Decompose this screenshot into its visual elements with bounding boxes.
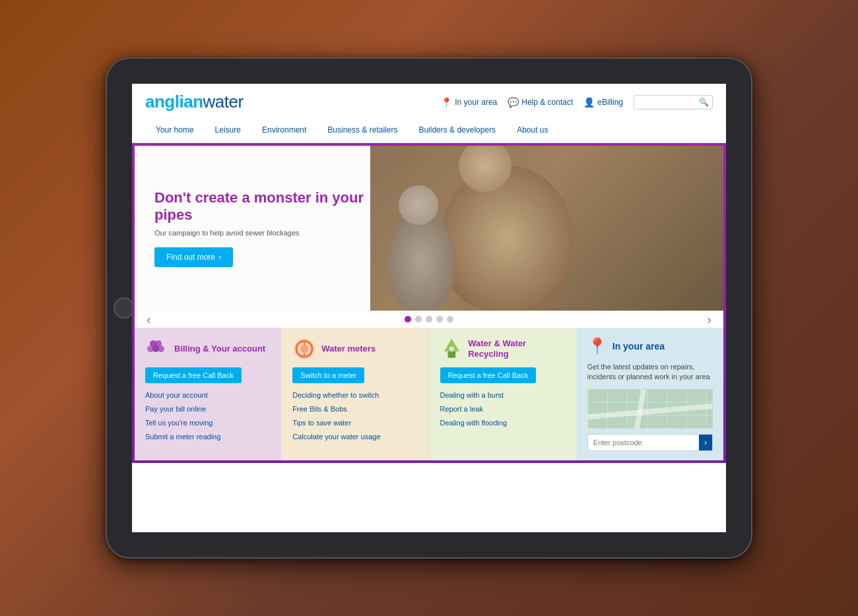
nav-environment[interactable]: Environment <box>251 119 317 142</box>
svg-point-12 <box>449 346 454 352</box>
postcode-input-wrapper: › <box>587 434 713 451</box>
link-deciding-switch[interactable]: Deciding whether to switch <box>292 391 379 399</box>
util-help-contact[interactable]: 💬 Help & contact <box>508 97 573 108</box>
dot-5[interactable] <box>447 316 453 323</box>
user-icon: 👤 <box>583 97 594 108</box>
card-water-header: Water & Water Recycling <box>440 337 566 361</box>
header-utilities: 📍 In your area 💬 Help & contact 👤 eBilli… <box>441 95 713 109</box>
link-report-leak[interactable]: Report a leak <box>440 405 483 413</box>
hero-slider: Don't create a monster in your pipes Our… <box>135 146 723 311</box>
link-meter-reading[interactable]: Submit a meter reading <box>145 433 220 441</box>
card-water-title: Water & Water Recycling <box>468 338 566 359</box>
card-meters-links: Deciding whether to switch Free Bits & B… <box>292 388 418 442</box>
card-area-title: In your area <box>612 341 665 352</box>
svg-rect-11 <box>447 352 455 358</box>
nav-about-us[interactable]: About us <box>506 119 558 142</box>
location-icon: 📍 <box>441 97 451 108</box>
link-save-water[interactable]: Tips to save water <box>292 419 351 427</box>
map-pin-icon: 📍 <box>587 337 607 355</box>
main-navigation: Your home Leisure Environment Business &… <box>145 119 713 142</box>
card-meters-header: Water meters <box>292 337 418 361</box>
meters-icon <box>292 337 316 361</box>
nav-leisure[interactable]: Leisure <box>205 119 251 142</box>
util-in-your-area[interactable]: 📍 In your area <box>441 97 497 108</box>
hero-cta-arrow: › <box>218 253 221 262</box>
svg-point-4 <box>158 346 164 352</box>
hero-cta-button[interactable]: Find out more › <box>154 247 233 267</box>
site-logo[interactable]: anglianwater <box>145 92 244 112</box>
hero-cta-label: Find out more <box>166 253 215 262</box>
card-billing-title: Billing & Your account <box>174 344 265 354</box>
util-ebilling[interactable]: 👤 eBilling <box>583 97 623 108</box>
feature-cards: Billing & Your account Request a free Ca… <box>135 328 723 460</box>
util-label-ebilling: eBilling <box>597 98 623 107</box>
hero-title: Don't create a monster in your pipes <box>154 189 380 224</box>
postcode-input[interactable] <box>588 435 699 450</box>
link-flooding[interactable]: Dealing with flooding <box>440 419 508 427</box>
slider-dots <box>405 316 453 323</box>
nav-business[interactable]: Business & retailers <box>317 119 408 142</box>
slider-controls: ‹ › <box>135 311 723 328</box>
ipad-device: anglianwater 📍 In your area 💬 Help & con… <box>106 57 752 559</box>
card-in-your-area: 📍 In your area Get the latest updates on… <box>577 328 723 460</box>
card-water-cta[interactable]: Request a free Call Back <box>440 367 537 383</box>
card-area-description: Get the latest updates on repairs, incid… <box>587 362 713 383</box>
header-top: anglianwater 📍 In your area 💬 Help & con… <box>145 92 713 119</box>
water-recycling-icon <box>440 337 463 361</box>
card-water-recycling: Water & Water Recycling Request a free C… <box>430 328 577 460</box>
site-header: anglianwater 📍 In your area 💬 Help & con… <box>132 84 726 143</box>
logo-part1: anglian <box>145 92 203 111</box>
card-meters-cta[interactable]: Switch to a meter <box>292 367 364 383</box>
link-moving[interactable]: Tell us you're moving <box>145 419 213 427</box>
dot-3[interactable] <box>426 316 432 323</box>
card-meters-title: Water meters <box>321 344 376 354</box>
card-area-header: 📍 In your area <box>587 337 713 355</box>
map-preview <box>587 389 713 429</box>
card-water-links: Dealing with a burst Report a leak Deali… <box>440 388 566 428</box>
card-billing: Billing & Your account Request a free Ca… <box>135 328 282 460</box>
link-about-account[interactable]: About your account <box>145 391 208 399</box>
slider-prev-button[interactable]: ‹ <box>140 312 158 327</box>
dot-2[interactable] <box>415 316 422 323</box>
link-burst[interactable]: Dealing with a burst <box>440 391 504 399</box>
link-water-usage[interactable]: Calculate your water usage <box>292 433 380 441</box>
hero-monster-visual <box>370 146 723 311</box>
postcode-search-button[interactable]: › <box>699 435 712 450</box>
card-billing-header: Billing & Your account <box>145 337 271 361</box>
chat-icon: 💬 <box>508 97 518 108</box>
card-meters: Water meters Switch to a meter Deciding … <box>282 328 429 460</box>
hero-text-content: Don't create a monster in your pipes Our… <box>135 146 399 311</box>
util-label-help: Help & contact <box>521 98 573 107</box>
search-icon[interactable]: 🔍 <box>699 98 709 107</box>
logo-part2: water <box>203 92 244 111</box>
card-billing-links: About your account Pay your bill online … <box>145 388 271 442</box>
hero-subtitle: Our campaign to help avoid sewer blockag… <box>154 229 380 237</box>
billing-icon <box>145 337 169 361</box>
nav-builders[interactable]: Builders & developers <box>408 119 506 142</box>
link-pay-bill[interactable]: Pay your bill online <box>145 405 206 413</box>
nav-your-home[interactable]: Your home <box>145 119 205 142</box>
hero-image <box>370 146 723 311</box>
ipad-screen: anglianwater 📍 In your area 💬 Help & con… <box>132 84 726 532</box>
content-wrapper: Don't create a monster in your pipes Our… <box>132 143 726 463</box>
search-box[interactable]: 🔍 <box>634 95 713 109</box>
dot-4[interactable] <box>436 316 443 323</box>
util-label-area: In your area <box>455 98 497 107</box>
slider-next-button[interactable]: › <box>700 312 718 327</box>
svg-point-7 <box>300 345 308 353</box>
dot-1[interactable] <box>405 316 411 323</box>
search-input[interactable] <box>640 98 699 106</box>
card-billing-cta[interactable]: Request a free Call Back <box>145 367 242 383</box>
link-free-bits[interactable]: Free Bits & Bobs <box>292 405 347 413</box>
